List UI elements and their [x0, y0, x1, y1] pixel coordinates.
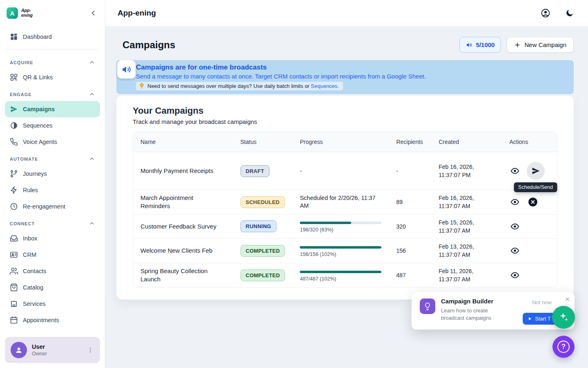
- campaign-status: RUNNING: [233, 215, 293, 239]
- sequences-link[interactable]: Sequences: [311, 83, 337, 89]
- campaign-recipients: 320: [389, 215, 431, 239]
- ai-assistant-button[interactable]: [552, 306, 575, 329]
- view-campaign-button[interactable]: [510, 221, 520, 232]
- progress-fill: [300, 222, 351, 224]
- campaign-status: COMPLETED: [233, 263, 293, 287]
- calendar-icon: [10, 316, 18, 324]
- view-campaign-button[interactable]: [510, 197, 520, 207]
- sidebar-section-acquire[interactable]: ACQUIRE: [5, 54, 100, 69]
- popup-body: Learn how to create broadcast campaigns: [441, 307, 503, 322]
- sidebar-item-journeys[interactable]: Journeys: [5, 166, 100, 182]
- sidebar-item-appointments[interactable]: Appointments: [5, 312, 100, 328]
- sidebar-item-label: Appointments: [23, 317, 59, 323]
- dashboard-icon: [10, 33, 18, 41]
- progress-fill: [300, 246, 381, 249]
- app-logo: A App- ening: [7, 7, 33, 19]
- plus-icon: [514, 42, 521, 48]
- schedule-send-button[interactable]: [527, 162, 545, 180]
- campaign-actions: Schedule/Send: [502, 152, 557, 190]
- top-header: App-ening: [105, 0, 588, 26]
- progress-bar: [300, 271, 381, 273]
- campaign-progress: 156/156 (102%): [292, 239, 389, 263]
- schedule-send-tooltip: Schedule/Send: [514, 182, 557, 192]
- campaigns-card: Your Campaigns Track and manage your bro…: [116, 96, 574, 300]
- campaign-created: Feb 13, 2026, 11:37:07 AM: [431, 239, 502, 263]
- user-menu-button[interactable]: [85, 345, 95, 355]
- popup-content: Campaign Builder Learn how to create bro…: [441, 298, 503, 325]
- sidebar-item-label: QR & Links: [23, 74, 53, 81]
- column-header-created: Created: [431, 132, 502, 152]
- eye-icon: [510, 166, 519, 175]
- user-card[interactable]: User Owner: [5, 337, 100, 363]
- table-row: Welcome New Clients Feb COMPLETED 156/15…: [133, 239, 557, 263]
- play-icon: [528, 316, 532, 321]
- sidebar-item-label: Services: [23, 301, 46, 307]
- table-header-row: Name Status Progress Recipients Created …: [133, 132, 557, 152]
- sidebar-item-services[interactable]: Services: [5, 296, 100, 312]
- campaign-usage-badge[interactable]: 5/1000: [459, 37, 501, 53]
- campaign-name: Welcome New Clients Feb: [133, 239, 233, 263]
- avatar: [11, 342, 27, 358]
- dark-mode-toggle[interactable]: [564, 7, 576, 19]
- view-campaign-button[interactable]: [510, 245, 520, 256]
- sidebar-item-label: Voice Agents: [23, 139, 57, 145]
- sidebar-item-label: Journeys: [23, 171, 47, 177]
- usage-count: 5/1000: [476, 41, 495, 48]
- chevron-left-icon: [89, 9, 98, 17]
- sidebar-item-rules[interactable]: Rules: [5, 182, 100, 198]
- sidebar-item-campaigns[interactable]: Campaigns: [5, 101, 100, 117]
- sidebar-section-automate[interactable]: AUTOMATE: [5, 150, 100, 166]
- sidebar-item-re-engagement[interactable]: Re-engagement: [5, 198, 100, 215]
- megaphone-icon: [121, 64, 132, 75]
- campaign-created: Feb 16, 2026, 11:37:07 PM: [431, 152, 502, 190]
- view-campaign-button[interactable]: [510, 166, 520, 176]
- campaign-actions: [502, 215, 557, 239]
- popup-title: Campaign Builder: [441, 298, 503, 305]
- status-badge: DRAFT: [241, 165, 270, 177]
- sidebar-item-voice-agents[interactable]: Voice Agents: [5, 134, 100, 150]
- send-icon: [531, 166, 540, 175]
- user-circle-icon: [541, 8, 550, 18]
- sidebar-item-label: Rules: [23, 187, 38, 193]
- sidebar-section-engage[interactable]: ENGAGE: [5, 85, 100, 101]
- card-title: Your Campaigns: [133, 105, 557, 116]
- help-button[interactable]: ?: [552, 336, 575, 358]
- sidebar-collapse-button[interactable]: [88, 7, 99, 19]
- question-mark-icon: ?: [557, 341, 570, 353]
- campaign-name: Customer Feedback Survey: [133, 215, 233, 239]
- sparkles-icon: [558, 312, 569, 323]
- sidebar-item-crm[interactable]: CRM: [5, 247, 100, 263]
- campaign-actions: [502, 239, 557, 263]
- sidebar-item-label: CRM: [23, 251, 36, 258]
- half-circle-icon: [10, 121, 18, 130]
- sidebar-item-qr-links[interactable]: QR & Links: [5, 69, 100, 85]
- user-info: User Owner: [32, 343, 47, 357]
- inbox-icon: [10, 234, 18, 242]
- users-icon: [10, 267, 18, 275]
- sidebar-item-inbox[interactable]: Inbox: [5, 230, 100, 247]
- campaign-created: Feb 16, 2026, 11:37:07 AM: [431, 190, 502, 215]
- sidebar-item-sequences[interactable]: Sequences: [5, 117, 100, 134]
- campaign-created: Feb 15, 2026, 11:37:07 AM: [431, 215, 502, 239]
- qr-code-icon: [10, 73, 18, 81]
- sidebar-item-dashboard[interactable]: Dashboard: [5, 29, 100, 45]
- lightbulb-icon: [138, 83, 145, 89]
- sidebar-item-contacts[interactable]: Contacts: [5, 263, 100, 279]
- dots-vertical-icon: [87, 347, 94, 353]
- campaign-progress: Scheduled for 2/20/26, 11:37 AM: [292, 190, 389, 215]
- cancel-campaign-button[interactable]: [527, 196, 539, 208]
- new-campaign-button[interactable]: New Campaign: [507, 37, 574, 53]
- view-campaign-button[interactable]: [510, 270, 520, 280]
- sidebar-section-connect[interactable]: CONNECT: [5, 215, 100, 230]
- campaign-status: COMPLETED: [233, 239, 293, 263]
- account-button[interactable]: [539, 7, 552, 20]
- sidebar-item-label: Contacts: [23, 268, 46, 274]
- banner-tip-text: Need to send messages over multiple days…: [147, 83, 339, 89]
- table-row: Spring Beauty Collection Launch COMPLETE…: [133, 263, 557, 287]
- popup-icon-box: [420, 298, 435, 314]
- card-subtitle: Track and manage your broadcast campaign…: [133, 118, 557, 125]
- close-icon[interactable]: ×: [565, 295, 570, 303]
- campaign-status: DRAFT: [233, 152, 293, 190]
- sidebar-item-catalog[interactable]: Catalog: [5, 279, 100, 296]
- not-now-button[interactable]: Not now: [532, 299, 552, 305]
